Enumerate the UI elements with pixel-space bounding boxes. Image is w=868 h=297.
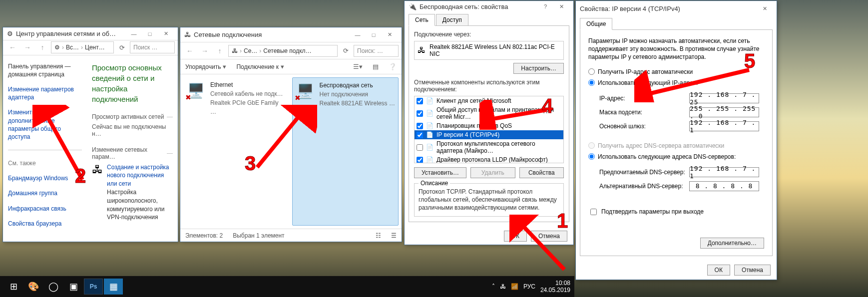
task-chrome[interactable]: ◯: [44, 279, 63, 295]
firewall-link[interactable]: Брандмауэр Windows: [8, 174, 82, 182]
components-list[interactable]: 📄Клиент для сетей Microsoft📄Общий доступ…: [414, 96, 564, 163]
tab-network[interactable]: Сеть: [409, 14, 435, 26]
tab-access[interactable]: Доступ: [436, 14, 468, 26]
close-button[interactable]: ✕: [553, 1, 569, 12]
checkbox-input[interactable]: [590, 209, 597, 215]
component-checkbox[interactable]: [417, 157, 423, 163]
breadcrumb[interactable]: 🖧 › Се… › Сетевые подкл…: [228, 45, 338, 57]
details-view-button[interactable]: ☷: [376, 232, 381, 239]
new-connection-link[interactable]: Создание и настройка нового подключения …: [107, 163, 173, 188]
radio-manual-ip[interactable]: Использовать следующий IP-адрес:: [588, 79, 764, 86]
breadcrumb-item[interactable]: Се…: [244, 47, 257, 54]
breadcrumb-item[interactable]: Сетевые подкл…: [263, 47, 311, 54]
ok-button[interactable]: ОК: [504, 231, 527, 242]
ok-button[interactable]: ОК: [707, 265, 730, 276]
minimize-button[interactable]: —: [350, 29, 366, 40]
component-item[interactable]: 📄IP версии 4 (TCP/IPv4): [415, 130, 563, 139]
maximize-button[interactable]: □: [366, 29, 382, 40]
radio-manual-dns[interactable]: Использовать следующие адреса DNS-сервер…: [588, 153, 764, 160]
system-tray[interactable]: ˄ 🖧 📶 РУС 10:08 24.05.2019: [492, 280, 570, 294]
component-item[interactable]: 📄Клиент для сетей Microsoft: [415, 96, 563, 105]
maximize-button[interactable]: □: [142, 28, 158, 39]
divider: —: [167, 150, 173, 157]
taskbar[interactable]: ⊞ 🎨 ◯ ▣ Ps ▦ ˄ 🖧 📶 РУС 10:08 24.05.2019: [0, 276, 574, 297]
infrared-link[interactable]: Инфракрасная связь: [8, 205, 82, 213]
titlebar[interactable]: Свойства: IP версии 4 (TCP/IPv4) ✕: [576, 1, 777, 16]
clock[interactable]: 10:08 24.05.2019: [540, 280, 570, 294]
close-button[interactable]: ✕: [158, 28, 174, 39]
component-item[interactable]: 📄Планировщик пакетов QoS: [415, 121, 563, 130]
task-app[interactable]: ▦: [104, 279, 123, 295]
start-button[interactable]: ⊞: [4, 279, 23, 295]
install-button[interactable]: Установить…: [414, 167, 466, 178]
task-photoshop[interactable]: Ps: [84, 279, 103, 295]
up-button[interactable]: ↑: [213, 44, 226, 57]
ip-address-field[interactable]: 192 . 168 . 7 . 25: [689, 93, 759, 103]
breadcrumb-item[interactable]: Вс…: [66, 44, 79, 51]
task-paint[interactable]: 🎨: [24, 279, 43, 295]
close-button[interactable]: ✕: [382, 29, 398, 40]
minimize-button[interactable]: —: [126, 28, 142, 39]
component-item[interactable]: 📄Протокол мультиплексора сетевого адапте…: [415, 139, 563, 155]
connect-to-menu[interactable]: Подключение к▾: [236, 63, 284, 70]
back-button[interactable]: ←: [6, 41, 19, 54]
tab-general[interactable]: Общие: [580, 18, 612, 30]
component-checkbox[interactable]: [417, 123, 423, 129]
tray-overflow-icon[interactable]: ˄: [492, 283, 495, 290]
component-checkbox[interactable]: [417, 144, 423, 151]
titlebar[interactable]: 🖧 Сетевые подключения — □ ✕: [180, 27, 402, 42]
properties-button[interactable]: Свойства: [519, 167, 564, 178]
homegroup-link[interactable]: Домашняя группа: [8, 189, 82, 197]
forward-button[interactable]: →: [21, 41, 34, 54]
gateway-field[interactable]: 192 . 168 . 7 . 1: [689, 121, 759, 131]
breadcrumb[interactable]: ⚙ › Вс… › Цент…: [51, 41, 114, 53]
task-terminal[interactable]: ▣: [64, 279, 83, 295]
uninstall-button[interactable]: Удалить: [470, 167, 515, 178]
advanced-button[interactable]: Дополнительно…: [700, 238, 764, 249]
component-item[interactable]: 📄Драйвер протокола LLDP (Майкрософт): [415, 155, 563, 163]
validate-on-exit-checkbox[interactable]: Подтвердить параметры при выходе: [588, 207, 764, 217]
change-adapter-settings-link[interactable]: Изменение параметров адаптера: [8, 85, 82, 101]
component-item[interactable]: 📄Общий доступ к файлам и принтерам для с…: [415, 105, 563, 121]
network-tray-icon[interactable]: 🖧: [500, 283, 506, 290]
refresh-button[interactable]: ⟳: [340, 45, 352, 57]
organize-menu[interactable]: Упорядочить▾: [185, 63, 226, 70]
component-checkbox[interactable]: [417, 110, 423, 117]
titlebar[interactable]: ⚙ Центр управления сетями и об… — □ ✕: [3, 27, 178, 40]
cp-home-link[interactable]: Панель управления — домашняя страница: [8, 62, 82, 78]
adapter-status: Нет подключения: [320, 90, 395, 99]
back-button[interactable]: ←: [183, 44, 196, 57]
radio-input[interactable]: [588, 79, 595, 86]
icons-view-button[interactable]: ☰: [391, 232, 397, 239]
help-button[interactable]: ❔: [389, 63, 397, 70]
wifi-tray-icon[interactable]: 📶: [511, 283, 518, 290]
adapter-ethernet[interactable]: 🖥️✖ Ethernet Сетевой кабель не подк… Rea…: [183, 77, 289, 226]
close-button[interactable]: ✕: [757, 3, 773, 14]
subnet-mask-field[interactable]: 255 . 255 . 255 . 0: [689, 107, 759, 117]
language-indicator[interactable]: РУС: [523, 283, 535, 290]
radio-input[interactable]: [588, 153, 595, 160]
titlebar[interactable]: 🔌 Беспроводная сеть: свойства ? ✕: [405, 1, 573, 12]
view-options-button[interactable]: ☰▾: [353, 63, 363, 70]
refresh-button[interactable]: ⟳: [116, 41, 128, 53]
up-button[interactable]: ↑: [36, 41, 49, 54]
search-input[interactable]: Поиск …: [130, 41, 175, 53]
advanced-sharing-link[interactable]: Изменить дополнительные параметры общего…: [8, 108, 82, 141]
radio-auto-ip[interactable]: Получить IP-адрес автоматически: [588, 68, 764, 75]
alternate-dns-field[interactable]: 8 . 8 . 8 . 8: [689, 181, 759, 191]
adapter-wireless[interactable]: 🖥️✖ Беспроводная сеть Нет подключения Re…: [292, 77, 399, 226]
forward-button[interactable]: →: [198, 44, 211, 57]
component-checkbox[interactable]: [417, 132, 423, 138]
component-checkbox[interactable]: [417, 98, 423, 104]
configure-button[interactable]: Настроить…: [513, 63, 564, 74]
preview-pane-button[interactable]: ▤: [373, 63, 379, 70]
help-button[interactable]: ?: [537, 1, 553, 12]
dialog-title: Свойства: IP версии 4 (TCP/IPv4): [580, 5, 757, 12]
radio-input[interactable]: [588, 68, 595, 75]
cancel-button[interactable]: Отмена: [734, 265, 771, 276]
browser-props-link[interactable]: Свойства браузера: [8, 220, 82, 228]
breadcrumb-item[interactable]: Цент…: [85, 44, 105, 51]
preferred-dns-field[interactable]: 192 . 168 . 7 . 1: [689, 167, 759, 177]
cancel-button[interactable]: Отмена: [531, 231, 567, 242]
search-input[interactable]: Поиск: …: [354, 45, 399, 57]
